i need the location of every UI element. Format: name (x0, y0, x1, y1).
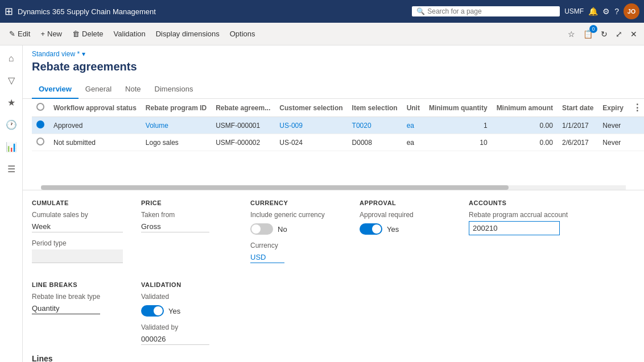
cell-workflow-status: Approved (49, 117, 141, 134)
star-icon[interactable]: ★ (4, 94, 19, 111)
period-type-label: Period type (32, 239, 123, 247)
accrual-account-input[interactable] (469, 221, 560, 235)
search-bar[interactable]: 🔍 (412, 6, 560, 16)
cell-rebate-agreement: USMF-000001 (211, 117, 275, 134)
main-layout: ⌂ ▽ ★ 🕐 📊 ☰ Standard view * ▾ Rebate agr… (0, 45, 644, 362)
cell-expiry: Never (598, 134, 628, 151)
row-radio[interactable] (36, 120, 44, 128)
taken-from-label: Taken from (141, 211, 232, 219)
approval-title: APPROVAL (360, 199, 451, 206)
select-all-radio[interactable] (36, 103, 44, 111)
view-selector[interactable]: Standard view * ▾ (32, 50, 635, 58)
currency-input[interactable] (250, 252, 284, 263)
col-item-selection: Item selection (348, 99, 402, 117)
options-button[interactable]: Options (225, 27, 260, 40)
validated-toggle[interactable] (141, 305, 164, 317)
volume-link[interactable]: Volume (146, 122, 168, 130)
new-button[interactable]: + New (36, 27, 67, 40)
currency-title: CURRENCY (250, 199, 341, 206)
notification-count-badge: 0 (589, 25, 597, 33)
col-more[interactable]: ⋮ (628, 99, 644, 117)
validated-by-input[interactable] (141, 334, 209, 345)
cell-unit: ea (402, 134, 424, 151)
row-radio[interactable] (36, 138, 44, 145)
toggle-thumb (372, 224, 381, 234)
page-title: Rebate agreements (32, 60, 635, 73)
tab-note[interactable]: Note (118, 80, 147, 99)
validation-button[interactable]: Validation (109, 27, 150, 40)
table-row[interactable]: Approved Volume USMF-000001 US-009 T0020… (32, 117, 644, 134)
break-type-label: Rebate line break type (32, 293, 123, 301)
approval-required-toggle[interactable] (360, 223, 382, 235)
table-row[interactable]: Not submitted Logo sales USMF-000002 US-… (32, 134, 644, 151)
refresh-icon[interactable]: ↻ (598, 27, 610, 41)
cell-customer-selection: US-024 (275, 134, 347, 151)
validation-title: VALIDATION (141, 281, 232, 288)
new-icon: + (40, 30, 45, 38)
scrollbar-thumb[interactable] (41, 185, 509, 190)
cell-item-selection: T0020 (348, 117, 402, 134)
col-expiry: Expiry (598, 99, 628, 117)
tab-overview[interactable]: Overview (32, 80, 79, 99)
tabs: Overview General Note Dimensions (23, 80, 644, 99)
chart-icon[interactable]: 📊 (2, 138, 20, 156)
filter-icon[interactable]: ▽ (5, 72, 18, 89)
close-icon[interactable]: ✕ (628, 27, 639, 41)
user-avatar[interactable]: JO (624, 3, 639, 19)
toolbar-right: ☆ 📋 0 ↻ ⤢ ✕ (565, 27, 639, 41)
cell-rebate-program-id: Volume (141, 117, 211, 134)
col-start-date: Start date (558, 99, 598, 117)
include-generic-toggle-row: No (250, 223, 341, 235)
edit-icon: ✎ (9, 30, 15, 38)
cell-item-selection: D0008 (348, 134, 402, 151)
cumulate-group: CUMULATE Cumulate sales by Period type (32, 199, 123, 263)
list-icon[interactable]: ☰ (4, 160, 19, 178)
rebate-agreements-table: Workflow approval status Rebate program … (32, 99, 644, 151)
taken-from-input[interactable] (141, 221, 209, 232)
notification-bell-icon[interactable]: 🔔 (588, 7, 598, 16)
display-dimensions-button[interactable]: Display dimensions (151, 27, 224, 40)
top-navbar: ⊞ Dynamics 365 Supply Chain Management 🔍… (0, 0, 644, 23)
notifications-icon[interactable]: 📋 0 (581, 27, 595, 41)
main-data-grid: Workflow approval status Rebate program … (23, 99, 644, 190)
item-link[interactable]: T0020 (352, 122, 371, 130)
delete-button[interactable]: 🗑 Delete (68, 27, 108, 40)
include-generic-toggle[interactable] (250, 223, 273, 235)
horizontal-scrollbar[interactable] (41, 185, 626, 190)
cell-customer-selection: US-009 (275, 117, 347, 134)
favorites-icon[interactable]: ☆ (565, 27, 577, 41)
details-section: CUMULATE Cumulate sales by Period type P… (23, 190, 644, 354)
approval-group: APPROVAL Approval required Yes (360, 199, 451, 263)
price-group: PRICE Taken from (141, 199, 232, 263)
help-question-icon[interactable]: ? (614, 7, 619, 16)
cell-min-quantity: 10 (424, 134, 492, 151)
settings-gear-icon[interactable]: ⚙ (602, 7, 610, 16)
cumulate-sales-input[interactable] (32, 221, 123, 232)
edit-button[interactable]: ✎ Edit (5, 27, 35, 40)
validated-toggle-row: Yes (141, 305, 232, 317)
open-new-window-icon[interactable]: ⤢ (613, 27, 625, 41)
content-area: Standard view * ▾ Rebate agreements Over… (23, 45, 644, 362)
search-icon: 🔍 (416, 7, 425, 15)
customer-link[interactable]: US-009 (279, 122, 303, 130)
tab-general[interactable]: General (79, 80, 118, 99)
approval-required-label: Approval required (360, 211, 451, 219)
trash-icon: 🗑 (72, 30, 80, 38)
col-rebate-program-id: Rebate program ID (141, 99, 211, 117)
app-grid-icon[interactable]: ⊞ (5, 5, 13, 18)
tab-dimensions[interactable]: Dimensions (148, 80, 200, 99)
break-type-input[interactable] (32, 303, 100, 314)
cell-min-amount: 0.00 (492, 134, 558, 151)
period-type-input[interactable] (32, 249, 123, 263)
unit-link[interactable]: ea (407, 122, 414, 130)
approval-toggle-label: Yes (387, 225, 399, 234)
clock-icon[interactable]: 🕐 (2, 116, 20, 134)
home-icon[interactable]: ⌂ (5, 50, 18, 67)
details-grid: CUMULATE Cumulate sales by Period type P… (32, 199, 635, 345)
validated-label: Validated (141, 293, 232, 301)
cell-start-date: 1/1/2017 (558, 117, 598, 134)
search-input[interactable] (427, 7, 555, 15)
line-breaks-title: LINE BREAKS (32, 281, 123, 288)
col-customer-selection: Customer selection (275, 99, 347, 117)
select-all-header[interactable] (32, 99, 49, 117)
